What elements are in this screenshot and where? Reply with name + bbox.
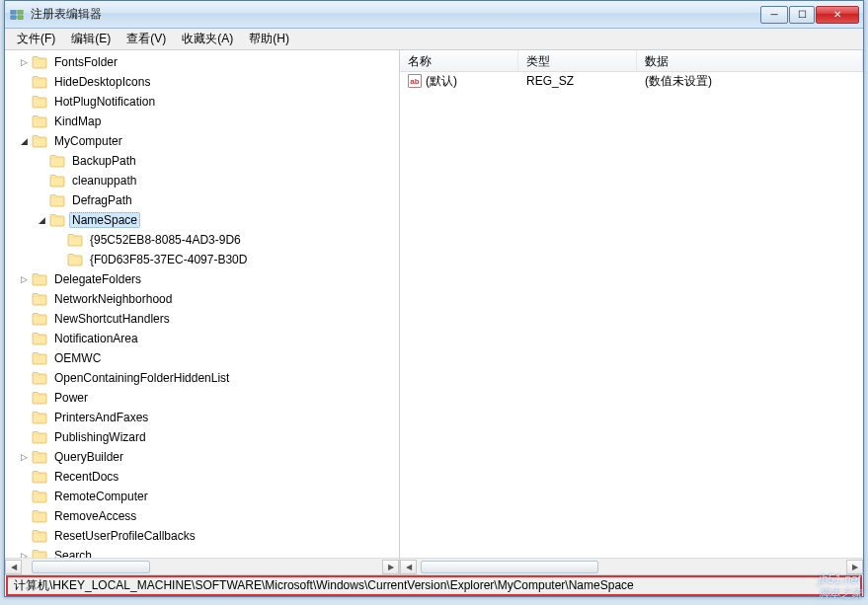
tree-item[interactable]: RemoteComputer [9, 487, 399, 506]
svg-rect-0 [11, 10, 16, 14]
tree-item-label: {F0D63F85-37EC-4097-B30D [87, 252, 250, 267]
tree-item-label: OpenContainingFolderHiddenList [51, 370, 232, 386]
no-expand-icon [17, 470, 31, 484]
tree-item-label: Search [51, 548, 95, 558]
list-pane: 名称 类型 数据 ab (默认) REG_SZ (数值未设置) ◀ ▶ [400, 50, 863, 574]
folder-icon [32, 271, 47, 287]
tree-item[interactable]: KindMap [9, 112, 399, 131]
tree-pane: ▷FontsFolderHideDesktopIconsHotPlugNotif… [5, 50, 400, 574]
tree-item[interactable]: ▷Search [9, 546, 399, 558]
menu-file[interactable]: 文件(F) [9, 29, 63, 49]
tree-item[interactable]: cleanuppath [9, 171, 399, 190]
window-buttons: ─ ☐ ✕ [760, 6, 859, 24]
folder-icon [32, 331, 47, 346]
tree-item[interactable]: NetworkNeighborhood [9, 289, 399, 309]
folder-icon [32, 54, 47, 70]
titlebar[interactable]: 注册表编辑器 ─ ☐ ✕ [5, 1, 863, 29]
expand-icon[interactable]: ▷ [17, 450, 31, 464]
tree-item[interactable]: RecentDocs [9, 467, 399, 487]
tree-item[interactable]: OpenContainingFolderHiddenList [9, 368, 399, 388]
tree-item[interactable]: PublishingWizard [9, 427, 399, 447]
tree-hscroll[interactable]: ◀ ▶ [5, 558, 399, 574]
tree-item[interactable]: PrintersAndFaxes [9, 408, 399, 427]
tree-item[interactable]: HideDesktopIcons [9, 72, 399, 92]
menu-favorites[interactable]: 收藏夹(A) [174, 29, 241, 49]
folder-icon [49, 192, 65, 208]
expand-icon[interactable]: ▷ [17, 272, 31, 286]
tree-item[interactable]: ◢MyComputer [9, 131, 399, 151]
col-data[interactable]: 数据 [637, 50, 863, 71]
tree-item-label: QueryBuilder [51, 449, 126, 465]
scroll-right-icon[interactable]: ▶ [846, 560, 863, 574]
no-expand-icon [17, 312, 31, 326]
string-value-icon: ab [408, 74, 422, 88]
no-expand-icon [17, 332, 31, 345]
folder-icon [49, 153, 65, 169]
tree-item[interactable]: {F0D63F85-37EC-4097-B30D [9, 250, 399, 269]
close-button[interactable]: ✕ [816, 6, 859, 24]
no-expand-icon [35, 154, 48, 168]
scroll-thumb[interactable] [32, 561, 150, 573]
tree-item[interactable]: NotificationArea [9, 329, 399, 348]
tree-item[interactable]: DefragPath [9, 190, 399, 210]
tree-item-label: RecentDocs [51, 469, 121, 485]
minimize-button[interactable]: ─ [760, 6, 788, 24]
tree-item[interactable]: ▷FontsFolder [9, 52, 399, 72]
scroll-thumb[interactable] [421, 561, 598, 573]
window-title: 注册表编辑器 [31, 6, 760, 23]
collapse-icon[interactable]: ◢ [35, 213, 48, 227]
menu-edit[interactable]: 编辑(E) [63, 29, 118, 49]
statusbar: 计算机\HKEY_LOCAL_MACHINE\SOFTWARE\Microsof… [6, 575, 862, 596]
no-expand-icon [17, 509, 31, 523]
cell-data: (数值未设置) [637, 73, 863, 90]
folder-icon [32, 548, 47, 558]
tree-item[interactable]: NewShortcutHandlers [9, 309, 399, 329]
tree-item[interactable]: RemoveAccess [9, 506, 399, 526]
registry-editor-window: 注册表编辑器 ─ ☐ ✕ 文件(F) 编辑(E) 查看(V) 收藏夹(A) 帮助… [4, 0, 864, 597]
tree-item-label: HideDesktopIcons [51, 74, 153, 90]
tree-item[interactable]: HotPlugNotification [9, 92, 399, 112]
svg-rect-2 [18, 10, 23, 14]
tree-item[interactable]: ◢NameSpace [9, 210, 399, 230]
tree-item[interactable]: {95C52EB8-8085-4AD3-9D6 [9, 230, 399, 250]
tree-item[interactable]: BackupPath [9, 151, 399, 171]
tree-item[interactable]: ResetUserProfileCallbacks [9, 526, 399, 546]
scroll-left-icon[interactable]: ◀ [400, 560, 417, 574]
maximize-button[interactable]: ☐ [789, 6, 815, 24]
tree-item[interactable]: Power [9, 388, 399, 408]
folder-icon [32, 508, 47, 524]
tree-item-label: RemoteComputer [51, 489, 151, 504]
folder-icon [32, 489, 47, 504]
list-row[interactable]: ab (默认) REG_SZ (数值未设置) [400, 72, 863, 90]
svg-rect-1 [11, 15, 16, 19]
registry-tree[interactable]: ▷FontsFolderHideDesktopIconsHotPlugNotif… [5, 50, 399, 558]
tree-item-label: FontsFolder [51, 54, 120, 70]
tree-item-label: BackupPath [69, 153, 139, 169]
no-expand-icon [52, 233, 66, 247]
status-path: 计算机\HKEY_LOCAL_MACHINE\SOFTWARE\Microsof… [14, 577, 634, 594]
tree-item-label: ResetUserProfileCallbacks [51, 528, 198, 544]
folder-icon [32, 350, 47, 366]
scroll-left-icon[interactable]: ◀ [5, 560, 22, 574]
scroll-track[interactable] [417, 560, 846, 574]
scroll-right-icon[interactable]: ▶ [382, 560, 399, 574]
tree-item[interactable]: ▷QueryBuilder [9, 447, 399, 467]
menu-help[interactable]: 帮助(H) [241, 29, 297, 49]
expand-icon[interactable]: ▷ [17, 549, 31, 558]
menu-view[interactable]: 查看(V) [118, 29, 174, 49]
list-hscroll[interactable]: ◀ ▶ [400, 558, 863, 574]
tree-item[interactable]: ▷DelegateFolders [9, 269, 399, 289]
col-name[interactable]: 名称 [400, 50, 518, 71]
folder-icon [32, 390, 47, 406]
folder-icon [32, 291, 47, 307]
tree-item-label: NetworkNeighborhood [51, 291, 175, 307]
cell-name: ab (默认) [400, 73, 518, 90]
collapse-icon[interactable]: ◢ [17, 134, 31, 148]
expand-icon[interactable]: ▷ [17, 55, 31, 69]
scroll-track[interactable] [22, 560, 382, 574]
folder-icon [32, 429, 47, 445]
folder-icon [32, 410, 47, 425]
col-type[interactable]: 类型 [518, 50, 637, 71]
folder-icon [32, 469, 47, 485]
tree-item[interactable]: OEMWC [9, 348, 399, 368]
